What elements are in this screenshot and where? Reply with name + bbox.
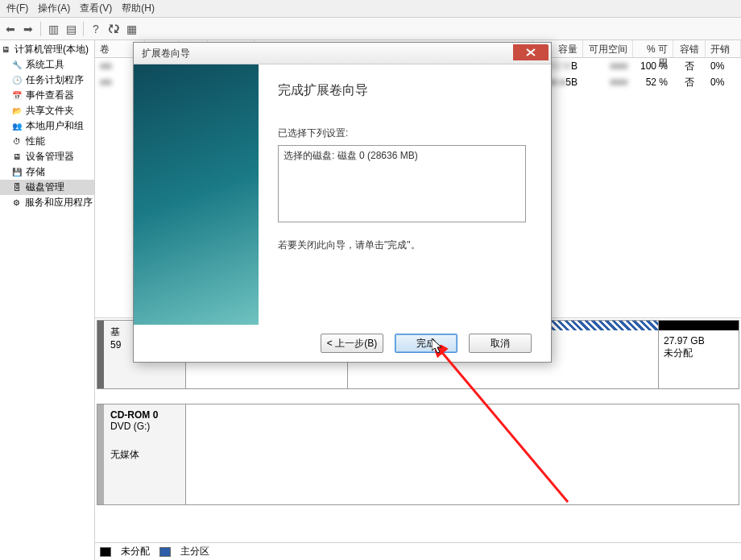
forward-icon[interactable]: ➡ — [21, 22, 35, 36]
partition-size: 27.97 GB — [664, 335, 734, 346]
computer-icon: 🖥 — [0, 44, 11, 56]
wizard-settings-box: 选择的磁盘: 磁盘 0 (28636 MB) — [278, 145, 526, 222]
tree-item-icon: 💾 — [11, 167, 23, 178]
legend-primary-label: 主分区 — [180, 545, 209, 558]
tree-item-label: 事件查看器 — [26, 89, 74, 102]
tree-item[interactable]: 📂共享文件夹 — [0, 103, 94, 118]
cdrom-status: 无媒体 — [110, 448, 180, 462]
finish-button[interactable]: 完成 — [395, 334, 457, 353]
tree-item-icon: ⚙ — [11, 197, 22, 209]
wizard-settings-label: 已选择下列设置: — [278, 127, 532, 140]
close-icon — [526, 48, 536, 56]
tree-item[interactable]: 👥本地用户和组 — [0, 118, 94, 134]
tree-item-icon: 🖥 — [11, 151, 23, 163]
tree-item[interactable]: ⚙服务和应用程序 — [0, 195, 94, 210]
menu-bar: 件(F) 操作(A) 查看(V) 帮助(H) — [0, 0, 741, 18]
panel-icon[interactable]: ▥ — [46, 22, 60, 36]
cdrom-sub: DVD (G:) — [110, 421, 180, 432]
tree-item[interactable]: 💾存储 — [0, 164, 94, 180]
tree-item-label: 任务计划程序 — [26, 73, 84, 87]
partition-unallocated[interactable]: 27.97 GB 未分配 — [658, 321, 739, 388]
cdrom-title: CD-ROM 0 — [110, 409, 180, 421]
back-button[interactable]: < 上一步(B) — [321, 334, 383, 353]
tree-item-label: 磁盘管理 — [26, 180, 64, 194]
tree-item[interactable]: 🕒任务计划程序 — [0, 73, 94, 88]
cdrom-row: CD-ROM 0 DVD (G:) 无媒体 — [97, 404, 739, 505]
wizard-title: 扩展卷向导 — [142, 47, 190, 60]
list-icon[interactable]: ▤ — [64, 22, 78, 36]
col-overhead[interactable]: 开销 — [706, 40, 741, 57]
cancel-button[interactable]: 取消 — [469, 334, 532, 353]
wizard-heading: 完成扩展卷向导 — [278, 82, 532, 99]
wizard-titlebar[interactable]: 扩展卷向导 — [134, 43, 551, 64]
tree-item-label: 服务和应用程序 — [25, 196, 93, 209]
wizard-content: 完成扩展卷向导 已选择下列设置: 选择的磁盘: 磁盘 0 (28636 MB) … — [259, 64, 551, 325]
legend: 未分配 主分区 — [95, 542, 741, 560]
tree-root-label: 计算机管理(本地) — [14, 43, 89, 56]
tree-item-icon: 🗄 — [11, 182, 23, 193]
cdrom-label[interactable]: CD-ROM 0 DVD (G:) 无媒体 — [97, 404, 186, 504]
tree-item-label: 本地用户和组 — [26, 119, 84, 133]
partition-status: 未分配 — [664, 346, 734, 360]
tree-item-icon: 🕒 — [11, 75, 23, 86]
misc-icon[interactable]: ▦ — [124, 22, 139, 36]
col-pct[interactable]: % 可用 — [633, 40, 673, 57]
tree-item[interactable]: ⏱性能 — [0, 134, 94, 149]
tree-item-label: 设备管理器 — [26, 150, 74, 164]
legend-unalloc-label: 未分配 — [121, 545, 150, 558]
back-icon[interactable]: ⬅ — [3, 22, 18, 36]
wizard-note: 若要关闭此向导，请单击"完成"。 — [278, 239, 532, 252]
menu-help[interactable]: 帮助(H) — [117, 2, 159, 15]
tree-item[interactable]: 📅事件查看器 — [0, 88, 94, 103]
cdrom-empty — [186, 404, 739, 504]
col-free[interactable]: 可用空间 — [583, 40, 633, 57]
tree-item[interactable]: 🖥设备管理器 — [0, 149, 94, 164]
wizard-sidebar-graphic — [134, 64, 259, 325]
menu-view[interactable]: 查看(V) — [75, 2, 117, 15]
legend-swatch-unalloc — [100, 547, 111, 557]
close-button[interactable] — [513, 44, 549, 60]
menu-file[interactable]: 件(F) — [2, 2, 33, 15]
tree-item-label: 共享文件夹 — [26, 104, 74, 118]
tree-item-label: 系统工具 — [26, 58, 64, 72]
tree-item-label: 存储 — [26, 165, 45, 179]
tree-item-icon: 👥 — [11, 121, 23, 132]
refresh-icon[interactable]: 🗘 — [106, 22, 121, 36]
wizard-settings-text: 选择的磁盘: 磁盘 0 (28636 MB) — [284, 150, 418, 161]
menu-action[interactable]: 操作(A) — [33, 2, 75, 15]
partition-bar-icon — [659, 321, 739, 330]
extend-volume-wizard: 扩展卷向导 完成扩展卷向导 已选择下列设置: 选择的磁盘: 磁盘 0 (2863… — [133, 42, 552, 363]
help-icon[interactable]: ? — [89, 22, 103, 36]
tree-item-label: 性能 — [26, 135, 45, 148]
separator — [40, 22, 41, 36]
tree-item-icon: 📅 — [11, 90, 23, 102]
tree-item[interactable]: 🗄磁盘管理 — [0, 180, 94, 195]
wizard-button-row: < 上一步(B) 完成 取消 — [134, 325, 551, 362]
nav-tree: 🖥 计算机管理(本地) 🔧系统工具🕒任务计划程序📅事件查看器📂共享文件夹👥本地用… — [0, 40, 95, 560]
col-fault[interactable]: 容错 — [673, 40, 706, 57]
legend-swatch-primary — [159, 547, 171, 557]
tree-item-icon: 📂 — [11, 106, 23, 117]
disk-stripe-icon — [97, 404, 104, 504]
tree-item-icon: ⏱ — [11, 136, 23, 147]
separator — [83, 22, 84, 36]
tree-item-icon: 🔧 — [11, 60, 23, 71]
tree-root[interactable]: 🖥 计算机管理(本地) — [0, 42, 94, 57]
disk-stripe-icon — [97, 321, 104, 388]
tree-item[interactable]: 🔧系统工具 — [0, 57, 94, 73]
toolbar: ⬅ ➡ ▥ ▤ ? 🗘 ▦ — [0, 18, 741, 40]
